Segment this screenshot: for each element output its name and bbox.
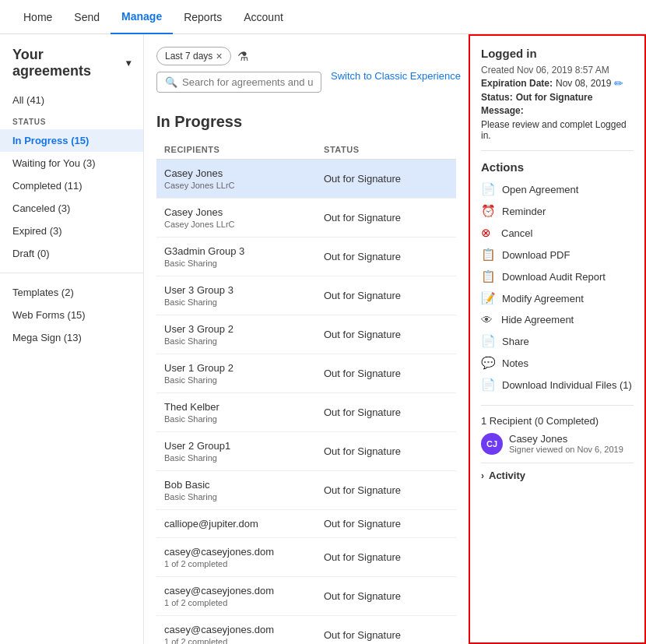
table-row[interactable]: Bob Basic Basic Sharing Out for Signatur…: [156, 471, 456, 510]
table-row[interactable]: casey@caseyjones.dom 1 of 2 completed Ou…: [156, 577, 456, 616]
recipient-name: Thed Kelber: [164, 401, 324, 413]
filter-tag-label: Last 7 days: [165, 51, 212, 62]
nav-home[interactable]: Home: [12, 0, 63, 34]
table-row[interactable]: Casey Jones Casey Jones LLrC Out for Sig…: [156, 199, 456, 238]
table-row[interactable]: G3admin Group 3 Basic Sharing Out for Si…: [156, 238, 456, 276]
recipient-cell: Casey Jones Casey Jones LLrC: [164, 167, 324, 190]
avatar: CJ: [481, 433, 503, 455]
switch-classic-link[interactable]: Switch to Classic Experience: [331, 70, 461, 82]
action-cancel[interactable]: ⊗ Cancel: [481, 222, 634, 244]
recipient-cell: User 2 Group1 Basic Sharing: [164, 440, 324, 463]
recipient-cell: casey@caseyjones.dom 1 of 2 completed: [164, 585, 324, 607]
activity-row[interactable]: › Activity: [481, 463, 634, 487]
action-reminder[interactable]: ⏰ Reminder: [481, 200, 634, 222]
recipient-entry: CJ Casey Jones Signer viewed on Nov 6, 2…: [481, 433, 634, 455]
right-panel: Logged in Created Nov 06, 2019 8:57 AM E…: [469, 34, 646, 644]
sidebar-item-canceled[interactable]: Canceled (3): [0, 197, 143, 220]
sidebar-item-all[interactable]: All (41): [0, 89, 143, 111]
nav-send[interactable]: Send: [63, 0, 111, 34]
panel-message-value: Please review and complet Logged in.: [481, 119, 634, 141]
status-cell: Out for Signature: [324, 329, 448, 340]
action-notes[interactable]: 💬 Notes: [481, 352, 634, 374]
recipient-info: Casey Jones Signer viewed on Nov 6, 2019: [509, 433, 623, 454]
recipient-cell: User 1 Group 2 Basic Sharing: [164, 362, 324, 385]
status-cell: Out for Signature: [324, 551, 448, 563]
action-download-files[interactable]: 📄 Download Individual Files (1): [481, 374, 634, 396]
table-row[interactable]: Casey Jones Casey Jones LLrC Out for Sig…: [156, 160, 456, 199]
table-row[interactable]: User 3 Group 2 Basic Sharing Out for Sig…: [156, 315, 456, 354]
action-download-pdf[interactable]: 📋 Download PDF: [481, 244, 634, 266]
recipient-cell: User 3 Group 3 Basic Sharing: [164, 284, 324, 307]
action-download-pdf-label: Download PDF: [502, 249, 570, 261]
search-icon: 🔍: [165, 76, 177, 88]
recipient-cell: Bob Basic Basic Sharing: [164, 479, 324, 501]
sidebar-item-waitingforyou[interactable]: Waiting for You (3): [0, 152, 143, 174]
sidebar-item-expired[interactable]: Expired (3): [0, 220, 143, 242]
table-row[interactable]: calliope@jupiter.dom Out for Signature: [156, 510, 456, 538]
download-pdf-icon: 📋: [481, 248, 496, 262]
filter-icon[interactable]: ⚗: [237, 49, 248, 64]
action-share[interactable]: 📄 Share: [481, 330, 634, 352]
hide-icon: 👁: [481, 313, 495, 326]
table-row[interactable]: User 3 Group 3 Basic Sharing Out for Sig…: [156, 276, 456, 315]
recipient-sub: 1 of 2 completed: [164, 559, 324, 568]
activity-chevron-icon: ›: [481, 470, 484, 481]
table-row[interactable]: casey@caseyjones.dom 1 of 2 completed Ou…: [156, 616, 456, 644]
recipient-sub: 1 of 2 completed: [164, 637, 324, 644]
search-box: 🔍: [156, 72, 321, 93]
sidebar-title[interactable]: Your agreements ▾: [0, 47, 143, 89]
sidebar-title-chevron: ▾: [126, 58, 131, 69]
panel-status-row: Status: Out for Signature: [481, 92, 634, 103]
action-modify[interactable]: 📝 Modify Agreement: [481, 287, 634, 309]
recipient-name: User 3 Group 3: [164, 284, 324, 296]
recipient-name: User 1 Group 2: [164, 362, 324, 374]
panel-expiration-value: Nov 08, 2019: [556, 78, 611, 89]
status-cell: Out for Signature: [324, 290, 448, 301]
sidebar-item-inprogress[interactable]: In Progress (15): [0, 129, 143, 152]
sidebar-item-completed[interactable]: Completed (11): [0, 174, 143, 197]
table-row[interactable]: User 1 Group 2 Basic Sharing Out for Sig…: [156, 354, 456, 393]
recipient-count: 1 Recipient (0 Completed): [481, 415, 634, 427]
search-input[interactable]: [182, 76, 313, 88]
filter-tag-remove[interactable]: ×: [216, 50, 222, 62]
nav-account[interactable]: Account: [233, 0, 294, 34]
edit-expiration-icon[interactable]: ✏: [614, 77, 623, 90]
recipient-name: User 3 Group 2: [164, 323, 324, 335]
sidebar-item-megasign[interactable]: Mega Sign (13): [0, 326, 143, 349]
recipient-name: calliope@jupiter.dom: [164, 518, 324, 530]
action-download-audit[interactable]: 📋 Download Audit Report: [481, 266, 634, 287]
action-hide[interactable]: 👁 Hide Agreement: [481, 309, 634, 330]
recipient-cell: Thed Kelber Basic Sharing: [164, 401, 324, 424]
panel-status-label: Status:: [481, 92, 513, 103]
table-row[interactable]: casey@caseyjones.dom 1 of 2 completed Ou…: [156, 538, 456, 577]
panel-divider-1: [481, 150, 634, 151]
panel-status-value: Out for Signature: [516, 92, 593, 103]
sidebar-item-webforms[interactable]: Web Forms (15): [0, 304, 143, 326]
status-cell: Out for Signature: [324, 590, 448, 602]
cancel-icon: ⊗: [481, 226, 495, 240]
action-open-agreement[interactable]: 📄 Open Agreement: [481, 178, 634, 200]
table-header: RECIPIENTS STATUS: [156, 140, 456, 160]
sidebar-title-text: Your agreements: [12, 47, 121, 79]
top-navigation: Home Send Manage Reports Account: [0, 0, 646, 34]
table-row[interactable]: Thed Kelber Basic Sharing Out for Signat…: [156, 393, 456, 432]
sidebar-item-templates[interactable]: Templates (2): [0, 281, 143, 304]
table-row[interactable]: User 2 Group1 Basic Sharing Out for Sign…: [156, 432, 456, 471]
status-cell: Out for Signature: [324, 212, 448, 223]
action-download-audit-label: Download Audit Report: [502, 271, 606, 283]
sidebar-item-draft[interactable]: Draft (0): [0, 242, 143, 265]
panel-login-label: Logged in: [481, 47, 634, 60]
download-audit-icon: 📋: [481, 269, 496, 283]
nav-reports[interactable]: Reports: [173, 0, 233, 34]
nav-manage[interactable]: Manage: [111, 0, 173, 34]
panel-created: Created Nov 06, 2019 8:57 AM: [481, 65, 634, 76]
recipient-cell: casey@caseyjones.dom 1 of 2 completed: [164, 624, 324, 644]
action-hide-label: Hide Agreement: [501, 314, 574, 326]
action-cancel-label: Cancel: [501, 227, 532, 239]
filter-tag-7days[interactable]: Last 7 days ×: [156, 47, 231, 65]
recipient-sub: Basic Sharing: [164, 297, 324, 307]
recipient-sub: Basic Sharing: [164, 375, 324, 385]
recipient-panel-sub: Signer viewed on Nov 6, 2019: [509, 445, 623, 454]
recipient-name: Casey Jones: [164, 167, 324, 179]
sidebar-divider: [0, 273, 143, 273]
